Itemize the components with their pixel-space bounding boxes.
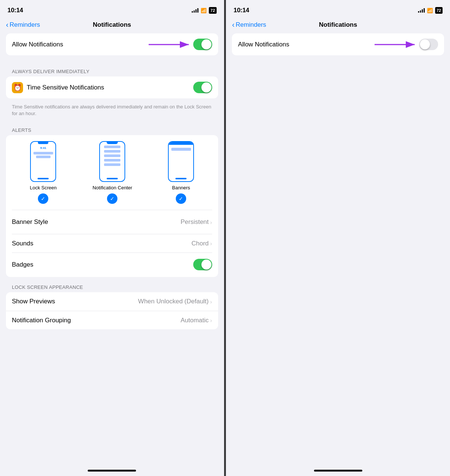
banner-style-value: Persistent › xyxy=(181,218,212,226)
lock-screen-card: Show Previews When Unlocked (Default) › … xyxy=(6,292,218,329)
battery-icon-left: 72 xyxy=(209,7,216,14)
back-label-right: Reminders xyxy=(236,21,266,29)
lockscreen-label: Lock Screen xyxy=(30,185,56,190)
alert-option-banners[interactable]: Banners ✓ xyxy=(168,141,194,204)
sounds-value: Chord › xyxy=(191,240,212,247)
notif-center-check: ✓ xyxy=(107,193,117,204)
wifi-icon-left: 📶 xyxy=(201,8,207,13)
page-title-right: Notifications xyxy=(319,21,357,29)
time-sensitive-card: ⏰ Time Sensitive Notifications xyxy=(6,76,218,98)
banner-style-label: Banner Style xyxy=(12,218,48,226)
notif-center-mockup xyxy=(99,141,125,182)
allow-notifications-label-right: Allow Notifications xyxy=(238,41,289,48)
home-indicator-right xyxy=(226,464,450,476)
allow-notifications-label: Allow Notifications xyxy=(12,41,63,48)
alerts-card: 9:41 Lock Screen ✓ xyxy=(6,135,218,277)
alerts-section-label: ALERTS xyxy=(6,121,218,135)
banner-style-row[interactable]: Banner Style Persistent › xyxy=(12,215,212,234)
time-sensitive-label: Time Sensitive Notifications xyxy=(27,84,104,91)
lockscreen-check: ✓ xyxy=(38,193,48,204)
content-left: Allow Notifications xyxy=(0,33,224,464)
purple-arrow-left xyxy=(149,39,193,50)
content-right: Allow Notifications xyxy=(226,33,450,464)
allow-notifications-row: Allow Notifications xyxy=(6,33,218,55)
back-chevron-left: ‹ xyxy=(6,20,9,29)
notif-center-label: Notification Center xyxy=(93,185,132,190)
notif-grouping-value: Automatic › xyxy=(181,317,212,324)
status-icons-left: 📶 72 xyxy=(192,7,216,14)
toggle-thumb xyxy=(201,39,211,49)
notif-grouping-row[interactable]: Notification Grouping Automatic › xyxy=(6,311,218,329)
nav-header-right: ‹ Reminders Notifications xyxy=(226,19,450,33)
sounds-row[interactable]: Sounds Chord › xyxy=(12,234,212,252)
banner-style-chevron: › xyxy=(210,219,212,225)
allow-notifications-card: Allow Notifications xyxy=(6,33,218,55)
allow-notifications-toggle-left[interactable] xyxy=(193,39,212,50)
back-chevron-right: ‹ xyxy=(232,20,234,29)
show-previews-chevron: › xyxy=(210,299,212,305)
lockscreen-mockup: 9:41 xyxy=(30,141,56,182)
purple-arrow-right xyxy=(375,39,419,50)
signal-icon-left xyxy=(192,8,198,13)
allow-notifications-row-right: Allow Notifications xyxy=(232,33,444,55)
sounds-label: Sounds xyxy=(12,240,33,247)
nav-header-left: ‹ Reminders Notifications xyxy=(0,19,224,33)
time-left: 10:14 xyxy=(7,7,23,14)
badges-toggle[interactable] xyxy=(193,259,212,270)
status-bar-right: 10:14 📶 72 xyxy=(226,0,450,19)
show-previews-value: When Unlocked (Default) › xyxy=(138,298,212,305)
status-icons-right: 📶 72 xyxy=(418,7,443,14)
home-bar-left xyxy=(88,470,136,472)
ts-row-left: ⏰ Time Sensitive Notifications xyxy=(12,82,104,93)
signal-icon-right xyxy=(418,8,425,13)
back-label-left: Reminders xyxy=(10,21,40,29)
page-title-left: Notifications xyxy=(93,21,131,29)
time-sensitive-toggle[interactable] xyxy=(193,82,212,93)
always-deliver-section-label: ALWAYS DELIVER IMMEDIATELY xyxy=(6,63,218,76)
lock-screen-section-label: LOCK SCREEN APPEARANCE xyxy=(6,278,218,292)
show-previews-label: Show Previews xyxy=(12,298,55,305)
alerts-options: 9:41 Lock Screen ✓ xyxy=(12,141,212,204)
back-button-right[interactable]: ‹ Reminders xyxy=(232,21,266,29)
sounds-chevron: › xyxy=(210,240,212,247)
alert-option-lockscreen[interactable]: 9:41 Lock Screen ✓ xyxy=(30,141,56,204)
notif-grouping-label: Notification Grouping xyxy=(12,317,71,324)
battery-icon-right: 72 xyxy=(435,7,443,14)
alert-option-notif-center[interactable]: Notification Center ✓ xyxy=(93,141,132,204)
right-panel: 10:14 📶 72 ‹ Reminders Notifications All xyxy=(226,0,450,476)
badges-row: Badges xyxy=(12,252,212,271)
time-sensitive-row: ⏰ Time Sensitive Notifications xyxy=(6,76,218,98)
wifi-icon-right: 📶 xyxy=(427,8,433,13)
show-previews-row[interactable]: Show Previews When Unlocked (Default) › xyxy=(6,292,218,311)
home-bar-right xyxy=(314,470,362,472)
left-panel: 10:14 📶 72 ‹ Reminders Notifications Al xyxy=(0,0,224,476)
badges-toggle-thumb xyxy=(201,260,211,270)
home-indicator-left xyxy=(0,464,224,476)
status-bar-left: 10:14 📶 72 xyxy=(0,0,224,19)
banners-label: Banners xyxy=(172,185,190,190)
time-sensitive-icon: ⏰ xyxy=(12,82,23,93)
allow-notifications-toggle-right[interactable] xyxy=(419,39,438,50)
banners-mockup xyxy=(168,141,194,182)
back-button-left[interactable]: ‹ Reminders xyxy=(6,21,40,29)
toggle-thumb-right xyxy=(420,39,430,49)
allow-notifications-card-right: Allow Notifications xyxy=(232,33,444,55)
banners-check: ✓ xyxy=(176,193,186,204)
badges-label: Badges xyxy=(12,261,33,268)
time-sensitive-desc: Time Sensitive notifications are always … xyxy=(6,101,218,121)
time-right: 10:14 xyxy=(233,7,249,14)
toggle-thumb-ts xyxy=(201,82,211,92)
notif-grouping-chevron: › xyxy=(210,317,212,323)
